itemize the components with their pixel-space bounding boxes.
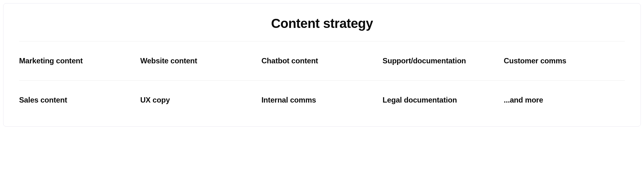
content-item: Internal comms xyxy=(261,96,382,104)
content-item: Chatbot content xyxy=(261,56,382,65)
card-title: Content strategy xyxy=(19,16,625,31)
content-item: ...and more xyxy=(504,96,625,104)
content-item: UX copy xyxy=(140,96,261,104)
content-item: Sales content xyxy=(19,96,140,104)
content-row-1: Marketing content Website content Chatbo… xyxy=(19,41,625,80)
content-item: Legal documentation xyxy=(383,96,504,104)
content-strategy-card: Content strategy Marketing content Websi… xyxy=(3,3,641,127)
content-item: Support/documentation xyxy=(383,56,504,65)
content-item: Customer comms xyxy=(504,56,625,65)
content-item: Marketing content xyxy=(19,56,140,65)
content-row-2: Sales content UX copy Internal comms Leg… xyxy=(19,81,625,108)
content-item: Website content xyxy=(140,56,261,65)
